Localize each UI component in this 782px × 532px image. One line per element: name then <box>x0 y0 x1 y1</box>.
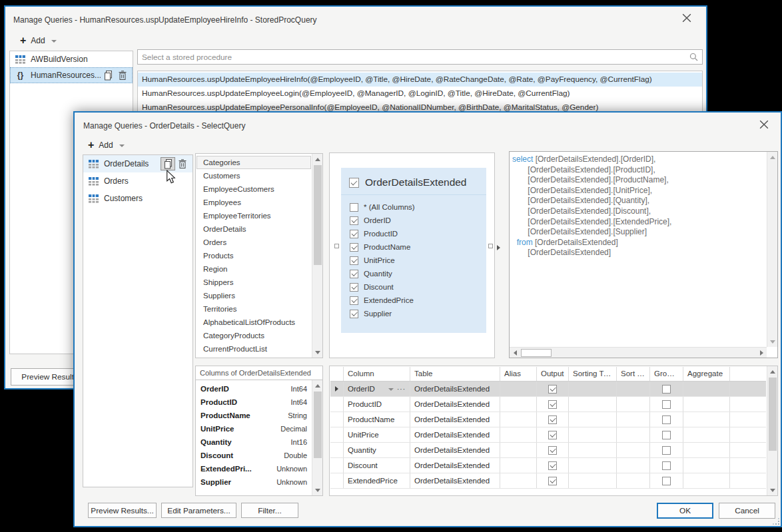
table-checkbox[interactable] <box>349 178 359 188</box>
grid-cell-alias[interactable] <box>500 458 537 473</box>
grid-row[interactable]: ExtendedPriceOrderDetailsExtended <box>330 473 766 489</box>
column-checkbox[interactable] <box>350 296 358 305</box>
output-checkbox[interactable] <box>548 446 557 455</box>
grid-cell-sort-order[interactable] <box>617 427 650 442</box>
grid-cell-group-by[interactable] <box>650 473 683 488</box>
grid-row[interactable]: DiscountOrderDetailsExtended <box>330 458 766 473</box>
column-checkbox[interactable] <box>350 310 358 318</box>
query-list-item[interactable]: {}HumanResources.... <box>10 67 133 83</box>
grid-cell-output[interactable] <box>537 427 569 442</box>
grid-cell-group-by[interactable] <box>650 382 683 396</box>
table-list-item[interactable]: AlphabeticalListOfProducts <box>196 316 311 329</box>
grid-cell-table[interactable]: OrderDetailsExtended <box>410 412 500 427</box>
table-list-item[interactable]: OrderDetails <box>196 222 311 236</box>
group-by-checkbox[interactable] <box>662 446 671 455</box>
output-checkbox[interactable] <box>548 415 557 424</box>
diagram-column-item[interactable]: ExtendedPrice <box>341 294 486 307</box>
grid-cell-sorting-type[interactable] <box>569 397 617 411</box>
connector-handle-left[interactable] <box>334 244 339 248</box>
diagram-column-item[interactable]: ProductID <box>341 227 486 240</box>
grid-cell-output[interactable] <box>537 382 569 396</box>
grid-header-cell[interactable]: Table <box>410 367 500 381</box>
diagram-column-item[interactable]: * (All Columns) <box>341 200 486 214</box>
grid-cell-table[interactable]: OrderDetailsExtended <box>410 397 500 411</box>
column-checkbox[interactable] <box>350 203 358 212</box>
group-by-checkbox[interactable] <box>662 400 671 409</box>
grid-header-cell[interactable]: Group By <box>650 367 683 381</box>
grid-cell-table[interactable]: OrderDetailsExtended <box>410 473 500 488</box>
grid-cell-table[interactable]: OrderDetailsExtended <box>410 458 500 473</box>
grid-cell-group-by[interactable] <box>650 412 683 427</box>
stored-proc-search[interactable] <box>137 49 703 65</box>
grid-cell-group-by[interactable] <box>650 443 683 457</box>
table-list-item[interactable]: Suppliers <box>196 289 311 302</box>
back-add-button[interactable]: + Add <box>20 36 57 45</box>
grid-cell-group-by[interactable] <box>650 458 683 473</box>
grid-cell-sort-order[interactable] <box>617 397 650 411</box>
grid-cell-alias[interactable] <box>500 382 537 396</box>
table-list-item[interactable]: Orders <box>196 236 311 249</box>
stored-procedure-item[interactable]: HumanResources.uspUpdateEmployeeHireInfo… <box>138 73 702 87</box>
column-checkbox[interactable] <box>350 243 358 252</box>
grid-cell-output[interactable] <box>537 458 569 473</box>
trash-icon[interactable] <box>115 69 130 82</box>
grid-row[interactable]: OrderID···OrderDetailsExtended <box>330 382 766 397</box>
table-card-orderdetailsextended[interactable]: OrderDetailsExtended * (All Columns)Orde… <box>341 168 486 333</box>
splitter-expand-button[interactable] <box>497 242 504 254</box>
group-by-checkbox[interactable] <box>662 461 671 470</box>
table-list-item[interactable]: EmployeeTerritories <box>196 209 311 222</box>
grid-cell-alias[interactable] <box>500 397 537 411</box>
grid-cell-alias[interactable] <box>500 427 537 442</box>
connector-handle-right[interactable] <box>488 244 493 248</box>
stored-procedure-item[interactable]: HumanResources.uspUpdateEmployeeLogin(@E… <box>138 87 702 101</box>
resize-grip[interactable] <box>773 518 779 525</box>
output-checkbox[interactable] <box>548 477 557 485</box>
edit-parameters-button[interactable]: Edit Parameters... <box>161 503 236 518</box>
group-by-checkbox[interactable] <box>662 431 671 439</box>
column-checkbox[interactable] <box>350 270 358 278</box>
group-by-checkbox[interactable] <box>662 385 671 394</box>
front-add-button[interactable]: + Add <box>88 140 125 150</box>
table-list-item[interactable]: CurrentProductList <box>196 342 311 356</box>
grid-cell-aggregate[interactable] <box>683 427 730 442</box>
diagram-column-item[interactable]: Supplier <box>341 307 486 320</box>
cancel-button[interactable]: Cancel <box>719 503 775 519</box>
grid-cell-table[interactable]: OrderDetailsExtended <box>410 427 500 442</box>
column-info-row[interactable]: SupplierUnknown <box>196 475 311 489</box>
column-info-row[interactable]: UnitPriceDecimal <box>196 422 311 435</box>
search-input[interactable] <box>138 53 689 62</box>
grid-header-cell[interactable]: Sorting Type <box>569 367 617 381</box>
grid-cell-sort-order[interactable] <box>617 382 650 396</box>
grid-cell-group-by[interactable] <box>650 427 683 442</box>
column-info-row[interactable]: DiscountDouble <box>196 449 311 462</box>
grid-header-cell[interactable]: Aggregate <box>683 367 730 381</box>
column-info-row[interactable]: OrderIDInt64 <box>196 382 311 396</box>
grid-cell-aggregate[interactable] <box>683 473 730 488</box>
column-info-row[interactable]: ProductNameString <box>196 409 311 422</box>
column-checkbox[interactable] <box>350 256 358 265</box>
grid-cell-aggregate[interactable] <box>683 397 730 411</box>
grid-row[interactable]: QuantityOrderDetailsExtended <box>330 443 766 458</box>
grid-scrollbar[interactable] <box>767 366 777 495</box>
query-list-item[interactable]: AWBuildVersion <box>10 51 133 67</box>
column-info-row[interactable]: QuantityInt16 <box>196 435 311 449</box>
table-list-item[interactable]: Employees <box>196 196 311 209</box>
grid-row[interactable]: ProductNameOrderDetailsExtended <box>330 412 766 427</box>
ellipsis-icon[interactable]: ··· <box>397 386 406 393</box>
grid-cell-alias[interactable] <box>500 473 537 488</box>
columns-scrollbar[interactable] <box>312 380 322 495</box>
grid-cell-sorting-type[interactable] <box>569 427 617 442</box>
diagram-column-item[interactable]: UnitPrice <box>341 254 486 267</box>
copy-icon[interactable] <box>161 157 175 170</box>
grid-cell-column[interactable]: ExtendedPrice <box>344 473 410 488</box>
grid-cell-output[interactable] <box>537 473 569 488</box>
query-list-item[interactable]: OrderDetails <box>83 155 193 172</box>
trash-icon[interactable] <box>175 157 190 170</box>
output-checkbox[interactable] <box>548 400 557 409</box>
grid-cell-column[interactable]: UnitPrice <box>344 427 410 442</box>
grid-header-cell[interactable]: Column <box>344 367 410 381</box>
back-close-icon[interactable] <box>682 13 693 24</box>
diagram-column-item[interactable]: Quantity <box>341 267 486 280</box>
copy-icon[interactable] <box>101 69 115 82</box>
grid-cell-aggregate[interactable] <box>683 443 730 457</box>
